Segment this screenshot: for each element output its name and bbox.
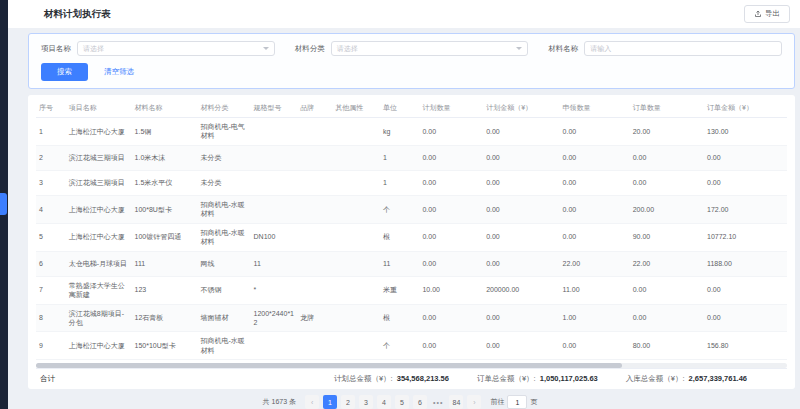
table-cell: 个	[380, 332, 419, 360]
table-cell: 根	[380, 304, 419, 332]
column-header: 订单金额（¥）	[704, 99, 787, 118]
pager-next-button[interactable]: ›	[467, 395, 481, 409]
table-cell: 太仓电梯-月球项目	[66, 251, 132, 276]
table-cell: 0.00	[419, 118, 483, 146]
table-cell: 111	[132, 251, 198, 276]
table-cell: 1.0米木沫	[132, 145, 198, 170]
table-row: 6太仓电梯-月球项目111网线11110.000.0022.0022.00118…	[36, 251, 787, 276]
table-cell: 龙牌	[297, 304, 332, 332]
clear-filters-button[interactable]: 清空筛选	[94, 63, 144, 81]
table-cell: 0.00	[704, 170, 787, 195]
table-cell: 22.00	[630, 251, 704, 276]
table-cell: 0.00	[630, 276, 704, 304]
project-name-select[interactable]: 请选择	[77, 41, 275, 56]
column-header: 规格型号	[251, 99, 298, 118]
table-cell	[251, 332, 298, 360]
table-cell: 招商机电-水暖材料	[197, 223, 250, 251]
table-cell: 7	[36, 276, 66, 304]
table-cell	[332, 170, 380, 195]
table-cell: 1.5米水平仪	[132, 170, 198, 195]
table-cell	[332, 251, 380, 276]
pager-page-2[interactable]: 2	[341, 395, 355, 409]
table-cell: 1.5铜	[132, 118, 198, 146]
pager-prev-button[interactable]: ‹	[305, 395, 319, 409]
table-cell	[297, 170, 332, 195]
table-cell	[332, 195, 380, 223]
pager-page-84[interactable]: 84	[449, 395, 463, 409]
table-cell: 0.00	[630, 304, 704, 332]
export-button[interactable]: 导出	[744, 5, 790, 23]
table-cell: 1.00	[560, 304, 630, 332]
table-cell	[251, 170, 298, 195]
pager-page-6[interactable]: 6	[413, 395, 427, 409]
horizontal-scrollbar[interactable]	[36, 363, 787, 368]
table-cell: 0.00	[704, 145, 787, 170]
project-name-placeholder: 请选择	[83, 44, 104, 54]
table-cell	[297, 145, 332, 170]
table-cell	[332, 276, 380, 304]
table-cell	[332, 118, 380, 146]
table-cell: 招商机电-水暖材料	[197, 195, 250, 223]
table-cell: 0.00	[483, 118, 559, 146]
column-header: 计划金额（¥）	[483, 99, 559, 118]
material-name-label: 材料名称	[548, 44, 578, 54]
table-cell: 0.00	[560, 223, 630, 251]
pager-page-4[interactable]: 4	[377, 395, 391, 409]
material-category-select[interactable]: 请选择	[331, 41, 529, 56]
table-cell: 156.80	[704, 332, 787, 360]
pager-page-3[interactable]: 3	[359, 395, 373, 409]
table-cell: 0.00	[419, 332, 483, 360]
table-cell: 0.00	[483, 195, 559, 223]
table-cell: 0.00	[419, 304, 483, 332]
table-row: 3滨江花城三期项目1.5米水平仪未分类10.000.000.000.000.00	[36, 170, 787, 195]
table-cell: 20.00	[630, 118, 704, 146]
column-header: 申领数量	[560, 99, 630, 118]
table-cell	[297, 195, 332, 223]
table-cell: 5	[36, 223, 66, 251]
table-cell: 0.00	[483, 223, 559, 251]
pager-page-5[interactable]: 5	[395, 395, 409, 409]
table-cell: 招商机电-水暖材料	[197, 332, 250, 360]
search-button[interactable]: 搜索	[41, 63, 88, 81]
summary-stat: 入库总金额（¥）: 2,657,339,761.46	[626, 374, 747, 384]
scrollbar-thumb[interactable]	[36, 363, 622, 368]
table-cell: 未分类	[197, 170, 250, 195]
column-header: 材料名称	[132, 99, 198, 118]
table-cell	[297, 223, 332, 251]
column-header: 订单数量	[630, 99, 704, 118]
table-cell: 上海松江中心大厦	[66, 332, 132, 360]
table-cell: 1	[380, 170, 419, 195]
table-cell	[297, 276, 332, 304]
table-cell: *	[251, 276, 298, 304]
pager-ellipsis[interactable]: •••	[431, 395, 445, 409]
table-cell: 0.00	[630, 145, 704, 170]
table-cell: 0.00	[483, 251, 559, 276]
table-cell: 100*8U型卡	[132, 195, 198, 223]
material-category-label: 材料分类	[295, 44, 325, 54]
results-table-card: 序号项目名称材料名称材料分类规格型号品牌其他属性单位计划数量计划金额（¥）申领数…	[28, 95, 795, 389]
table-cell: kg	[380, 118, 419, 146]
export-button-label: 导出	[765, 9, 780, 19]
filter-panel: 项目名称 请选择 材料分类 请选择 材料名称 搜索 清空筛选	[28, 33, 795, 89]
table-cell: 150*10U型卡	[132, 332, 198, 360]
table-cell: 常熟盛泽大学生公寓新建	[66, 276, 132, 304]
sidebar-expand-handle[interactable]	[0, 193, 7, 215]
material-name-input[interactable]	[584, 41, 782, 56]
table-cell: 11	[380, 251, 419, 276]
table-cell: 米重	[380, 276, 419, 304]
table-cell: 滨江花城三期项目	[66, 145, 132, 170]
table-cell: 9	[36, 332, 66, 360]
pager-page-1[interactable]: 1	[323, 395, 337, 409]
table-cell	[332, 223, 380, 251]
app-header: 材料计划执行表 导出	[8, 0, 800, 28]
column-header: 项目名称	[66, 99, 132, 118]
chevron-down-icon	[516, 47, 522, 50]
table-cell: 130.00	[704, 118, 787, 146]
table-cell: 3	[36, 170, 66, 195]
table-cell: 200.00	[630, 195, 704, 223]
table-cell: 根	[380, 223, 419, 251]
page-title: 材料计划执行表	[44, 8, 111, 21]
column-header: 品牌	[297, 99, 332, 118]
table-cell	[251, 195, 298, 223]
goto-page-input[interactable]	[507, 395, 527, 409]
